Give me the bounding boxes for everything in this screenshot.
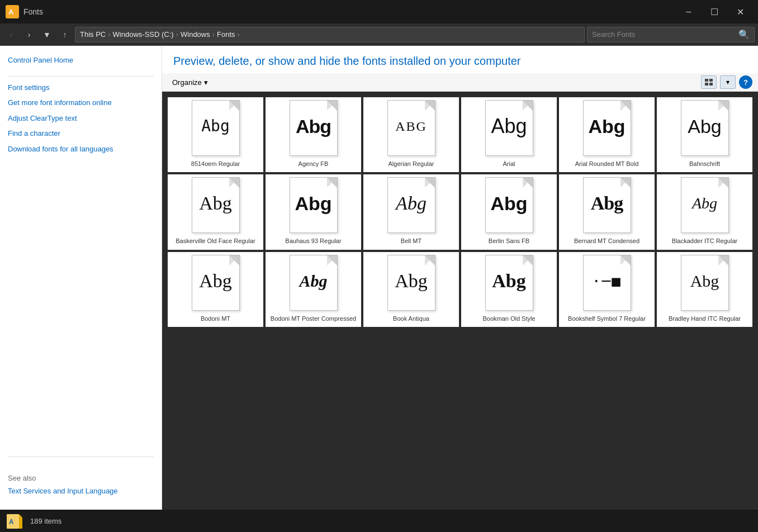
font-icon-algerian: ABG xyxy=(363,97,459,159)
sidebar-item-font-settings[interactable]: Font settings xyxy=(8,82,154,93)
breadcrumb-thispc: This PC xyxy=(80,30,106,39)
view-toggle-button[interactable] xyxy=(701,75,717,89)
forward-button[interactable]: › xyxy=(21,27,37,42)
sidebar-divider-2 xyxy=(8,457,154,457)
font-item-arial[interactable]: Abg Arial xyxy=(461,97,557,172)
font-item-bookman[interactable]: Abg Bookman Old Style xyxy=(461,252,557,327)
font-preview-blackadder: Abg xyxy=(692,196,717,211)
font-preview-baskerville: Abg xyxy=(199,194,232,213)
font-item-bell-mt[interactable]: Abg Bell MT xyxy=(363,174,459,249)
font-item-bahnschrift[interactable]: Abg Bahnschrift xyxy=(657,97,752,172)
sidebar-item-download-fonts[interactable]: Download fonts for all languages xyxy=(8,144,154,155)
organize-chevron: ▾ xyxy=(204,78,208,87)
view-chevron-button[interactable]: ▾ xyxy=(720,75,736,89)
font-icon-baskerville: Abg xyxy=(168,174,263,236)
font-icon-bookman: Abg xyxy=(461,252,557,314)
font-item-bernard-mt[interactable]: Abg Bernard MT Condensed xyxy=(559,174,655,249)
recent-button[interactable]: ▼ xyxy=(39,27,55,42)
font-name-arial-rounded: Arial Rounded MT Bold xyxy=(573,159,641,169)
font-item-arial-rounded[interactable]: Abg Arial Rounded MT Bold xyxy=(559,97,655,172)
font-preview-arial-rounded: Abg xyxy=(588,117,625,136)
up-button[interactable]: ↑ xyxy=(57,27,73,42)
title-bar: A Fonts – ☐ ✕ xyxy=(0,0,758,23)
breadcrumb-fonts: Fonts xyxy=(217,30,235,39)
font-name-algerian: Algerian Regular xyxy=(386,159,437,169)
breadcrumb[interactable]: This PC › Windows-SSD (C:) › Windows › F… xyxy=(75,27,585,42)
minimize-button[interactable]: – xyxy=(676,3,701,20)
font-icon-bauhaus: Abg xyxy=(266,174,361,236)
status-icon: A xyxy=(6,512,23,530)
content-area: Preview, delete, or show and hide the fo… xyxy=(162,46,758,510)
font-icon-8514oem: Abg xyxy=(168,97,263,159)
font-preview-bookman: Abg xyxy=(492,272,525,291)
font-item-8514oem[interactable]: Abg 8514oem Regular xyxy=(168,97,263,172)
font-item-bradley-hand[interactable]: Abg Bradley Hand ITC Regular xyxy=(657,252,752,327)
font-item-book-antiqua[interactable]: Abg Book Antiqua xyxy=(363,252,459,327)
status-bar: A 189 items xyxy=(0,510,758,532)
sidebar-item-control-panel[interactable]: Control Panel Home xyxy=(8,55,154,66)
sidebar-item-text-services[interactable]: Text Services and Input Language xyxy=(8,486,154,497)
font-icon-bernard-mt: Abg xyxy=(559,174,655,236)
help-button[interactable]: ? xyxy=(739,75,752,89)
svg-rect-8 xyxy=(19,517,22,529)
item-count: 189 items xyxy=(30,517,61,525)
font-name-bernard-mt: Bernard MT Condensed xyxy=(572,236,642,246)
address-bar: ‹ › ▼ ↑ This PC › Windows-SSD (C:) › Win… xyxy=(0,23,758,46)
svg-text:A: A xyxy=(9,518,14,526)
font-icon-bodoni-mt: Abg xyxy=(168,252,263,314)
font-item-bookshelf[interactable]: ·─■ Bookshelf Symbol 7 Regular xyxy=(559,252,655,327)
organize-button[interactable]: Organize ▾ xyxy=(168,77,212,88)
breadcrumb-sep-2: › xyxy=(176,30,178,39)
sidebar-item-find-char[interactable]: Find a character xyxy=(8,128,154,139)
font-name-bauhaus: Bauhaus 93 Regular xyxy=(283,236,343,246)
font-name-agency-fb: Agency FB xyxy=(296,159,331,169)
breadcrumb-windows: Windows xyxy=(181,30,210,39)
font-icon-bahnschrift: Abg xyxy=(657,97,752,159)
font-name-bell-mt: Bell MT xyxy=(399,236,424,246)
fonts-grid-container[interactable]: Abg 8514oem Regular Abg Agency FB xyxy=(162,92,758,510)
font-name-book-antiqua: Book Antiqua xyxy=(391,314,432,324)
search-icon: 🔍 xyxy=(738,29,750,40)
sidebar-divider-1 xyxy=(8,76,154,77)
font-item-bodoni-mt[interactable]: Abg Bodoni MT xyxy=(168,252,263,327)
sidebar-item-cleartype[interactable]: Adjust ClearType text xyxy=(8,113,154,124)
font-preview-bernard-mt: Abg xyxy=(591,194,623,213)
font-icon-bradley-hand: Abg xyxy=(657,252,752,314)
app-icon: A xyxy=(6,5,19,18)
toolbar-right: ▾ ? xyxy=(701,75,752,89)
font-item-algerian[interactable]: ABG Algerian Regular xyxy=(363,97,459,172)
maximize-button[interactable]: ☐ xyxy=(702,3,727,20)
window-title: Fonts xyxy=(23,7,676,16)
font-item-bodoni-poster[interactable]: Abg Bodoni MT Poster Compressed xyxy=(266,252,361,327)
font-preview-berlin-sans: Abg xyxy=(490,194,527,213)
font-name-bodoni-poster: Bodoni MT Poster Compressed xyxy=(268,314,358,324)
svg-text:A: A xyxy=(8,8,14,16)
close-button[interactable]: ✕ xyxy=(728,3,752,20)
font-name-blackadder: Blackadder ITC Regular xyxy=(670,236,740,246)
back-button[interactable]: ‹ xyxy=(3,27,19,42)
font-icon-arial-rounded: Abg xyxy=(559,97,655,159)
see-also-label: See also xyxy=(8,474,154,482)
font-icon-bell-mt: Abg xyxy=(363,174,459,236)
font-preview-8514oem: Abg xyxy=(201,118,230,134)
font-preview-agency-fb: Abg xyxy=(296,117,331,136)
font-item-blackadder[interactable]: Abg Blackadder ITC Regular xyxy=(657,174,752,249)
font-item-baskerville[interactable]: Abg Baskerville Old Face Regular xyxy=(168,174,263,249)
search-input[interactable] xyxy=(592,30,735,39)
font-preview-bauhaus: Abg xyxy=(295,194,331,213)
font-name-arial: Arial xyxy=(500,159,517,169)
font-preview-algerian: ABG xyxy=(395,120,427,133)
font-name-bahnschrift: Bahnschrift xyxy=(687,159,722,169)
search-bar[interactable]: 🔍 xyxy=(587,27,755,42)
font-name-berlin-sans: Berlin Sans FB xyxy=(486,236,532,246)
font-icon-agency-fb: Abg xyxy=(266,97,361,159)
font-item-bauhaus[interactable]: Abg Bauhaus 93 Regular xyxy=(266,174,361,249)
font-item-agency-fb[interactable]: Abg Agency FB xyxy=(266,97,361,172)
font-preview-bodoni-poster: Abg xyxy=(299,273,327,289)
font-item-berlin-sans[interactable]: Abg Berlin Sans FB xyxy=(461,174,557,249)
svg-marker-7 xyxy=(19,514,22,517)
sidebar-item-get-more-fonts[interactable]: Get more font information online xyxy=(8,97,154,108)
font-icon-bodoni-poster: Abg xyxy=(266,252,361,314)
breadcrumb-drive: Windows-SSD (C:) xyxy=(113,30,174,39)
font-preview-bookshelf: ·─■ xyxy=(592,274,622,288)
